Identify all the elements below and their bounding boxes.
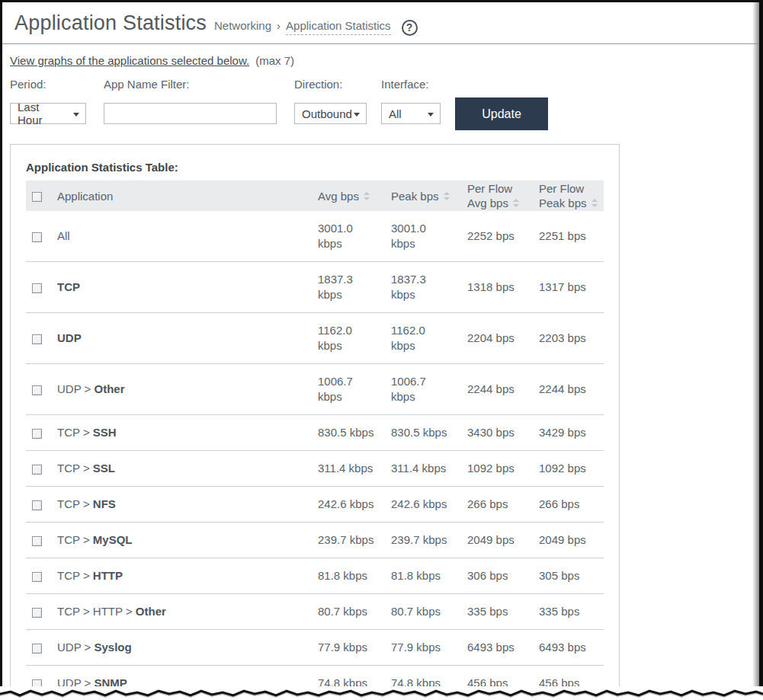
peak-bps-cell: 242.6 kbps [391, 487, 467, 523]
per-flow-peak-cell: 2244 bps [539, 364, 604, 415]
chevron-down-icon [428, 113, 434, 117]
per-flow-peak-cell: 1092 bps [539, 451, 604, 487]
max-selection-note: (max 7) [255, 54, 294, 67]
table-body: All 3001.0 kbps 3001.0 kbps 2252 bps 225… [26, 211, 604, 697]
avg-bps-cell: 311.4 kbps [318, 451, 391, 487]
application-cell: TCP [57, 262, 318, 313]
application-cell: TCP > SSH [57, 415, 318, 451]
avg-bps-cell: 81.8 kbps [318, 558, 391, 594]
application-statistics-table: Application Avg bps Peak bps Per Flow Av… [26, 181, 604, 697]
app-name-filter-label: App Name Filter: [104, 78, 190, 91]
table-header: Application Avg bps Peak bps Per Flow Av… [26, 181, 604, 211]
direction-select[interactable]: Outbound [294, 103, 367, 124]
per-flow-peak-cell: 2049 bps [539, 523, 604, 558]
per-flow-avg-cell: 1318 bps [467, 262, 539, 313]
peak-bps-cell: 80.7 kbps [391, 594, 467, 630]
select-all-checkbox[interactable] [32, 192, 42, 202]
period-select-value: Last Hour [18, 101, 67, 126]
peak-bps-cell: 81.8 kbps [391, 558, 467, 594]
avg-bps-cell: 80.7 kbps [318, 594, 391, 630]
avg-bps-cell: 239.7 kbps [318, 523, 391, 558]
per-flow-peak-cell: 1317 bps [539, 262, 604, 313]
application-cell: TCP > NFS [57, 487, 318, 523]
peak-bps-cell: 1837.3 kbps [391, 262, 467, 313]
row-checkbox[interactable] [32, 608, 42, 618]
per-flow-avg-cell: 266 bps [467, 487, 539, 523]
sort-icon[interactable] [591, 199, 598, 207]
application-cell: TCP > HTTP > Other [57, 594, 318, 630]
per-flow-avg-cell: 306 bps [467, 558, 539, 594]
sort-icon[interactable] [444, 192, 450, 200]
interface-select-value: All [389, 107, 402, 120]
avg-bps-cell: 242.6 kbps [318, 487, 391, 523]
table-row: UDP > Syslog 77.9 kbps 77.9 kbps 6493 bp… [26, 630, 604, 666]
table-header-row: Application Avg bps Peak bps Per Flow Av… [26, 181, 604, 211]
torn-edge [0, 686, 763, 700]
per-flow-peak-cell: 305 bps [539, 558, 604, 594]
table-row: TCP > HTTP > Other 80.7 kbps 80.7 kbps 3… [26, 594, 604, 630]
per-flow-avg-cell: 2204 bps [467, 313, 539, 364]
column-avg-bps[interactable]: Avg bps [318, 181, 391, 211]
per-flow-avg-cell: 2252 bps [467, 211, 539, 262]
period-label: Period: [10, 78, 46, 91]
table-row: TCP > SSH 830.5 kbps 830.5 kbps 3430 bps… [26, 415, 604, 451]
table-row: TCP > NFS 242.6 kbps 242.6 kbps 266 bps … [26, 487, 604, 523]
table-caption: Application Statistics Table: [26, 161, 604, 174]
avg-bps-cell: 3001.0 kbps [318, 211, 391, 262]
column-peak-bps[interactable]: Peak bps [391, 181, 467, 211]
peak-bps-cell: 1162.0 kbps [391, 313, 467, 364]
period-select[interactable]: Last Hour [10, 103, 86, 124]
peak-bps-cell: 311.4 kbps [391, 451, 467, 487]
page-header: Application Statistics Networking › Appl… [2, 2, 759, 44]
row-checkbox[interactable] [32, 232, 42, 242]
application-cell: TCP > SSL [57, 451, 318, 487]
per-flow-avg-cell: 2244 bps [467, 364, 539, 415]
per-flow-peak-cell: 266 bps [539, 487, 604, 523]
row-checkbox[interactable] [32, 465, 42, 475]
peak-bps-cell: 239.7 kbps [391, 523, 467, 558]
column-per-flow-peak-bps[interactable]: Per Flow Peak bps [539, 181, 604, 211]
table-row: TCP > MySQL 239.7 kbps 239.7 kbps 2049 b… [26, 523, 604, 558]
avg-bps-cell: 1006.7 kbps [318, 364, 391, 415]
row-checkbox[interactable] [32, 644, 42, 654]
avg-bps-cell: 1837.3 kbps [318, 262, 391, 313]
table-row: All 3001.0 kbps 3001.0 kbps 2252 bps 225… [26, 211, 604, 262]
per-flow-avg-cell: 6493 bps [467, 630, 539, 666]
update-button[interactable]: Update [455, 97, 548, 130]
row-checkbox[interactable] [32, 536, 42, 546]
table-row: TCP > SSL 311.4 kbps 311.4 kbps 1092 bps… [26, 451, 604, 487]
help-icon[interactable]: ? [402, 20, 418, 36]
per-flow-avg-cell: 1092 bps [467, 451, 539, 487]
row-checkbox[interactable] [32, 283, 42, 293]
row-checkbox[interactable] [32, 500, 42, 510]
per-flow-peak-cell: 2203 bps [539, 313, 604, 364]
sort-icon[interactable] [364, 192, 370, 200]
breadcrumb-separator-icon: › [277, 19, 281, 32]
avg-bps-cell: 830.5 kbps [318, 415, 391, 451]
statistics-panel: Application Statistics Table: Applicatio… [10, 144, 620, 697]
chevron-down-icon [354, 113, 360, 117]
app-name-filter-input[interactable] [104, 103, 277, 124]
interface-select[interactable]: All [381, 103, 441, 124]
view-graphs-link[interactable]: View graphs of the applications selected… [10, 54, 249, 67]
app-window: Application Statistics Networking › Appl… [0, 0, 763, 700]
sort-icon[interactable] [513, 199, 520, 207]
column-application: Application [57, 181, 318, 211]
peak-bps-cell: 3001.0 kbps [391, 211, 467, 262]
column-per-flow-avg-bps[interactable]: Per Flow Avg bps [467, 181, 539, 211]
row-checkbox[interactable] [32, 385, 42, 395]
interface-label: Interface: [381, 78, 429, 91]
application-cell: TCP > MySQL [57, 523, 318, 558]
chevron-down-icon [73, 113, 79, 117]
row-checkbox[interactable] [32, 334, 42, 344]
avg-bps-cell: 1162.0 kbps [318, 313, 391, 364]
application-cell: All [57, 211, 318, 262]
breadcrumb-section[interactable]: Networking [214, 19, 271, 32]
per-flow-avg-cell: 335 bps [467, 594, 539, 630]
row-checkbox[interactable] [32, 572, 42, 582]
per-flow-peak-cell: 2251 bps [539, 211, 604, 262]
row-checkbox[interactable] [32, 429, 42, 439]
peak-bps-cell: 830.5 kbps [391, 415, 467, 451]
page-title: Application Statistics [14, 11, 207, 35]
peak-bps-cell: 77.9 kbps [391, 630, 467, 666]
